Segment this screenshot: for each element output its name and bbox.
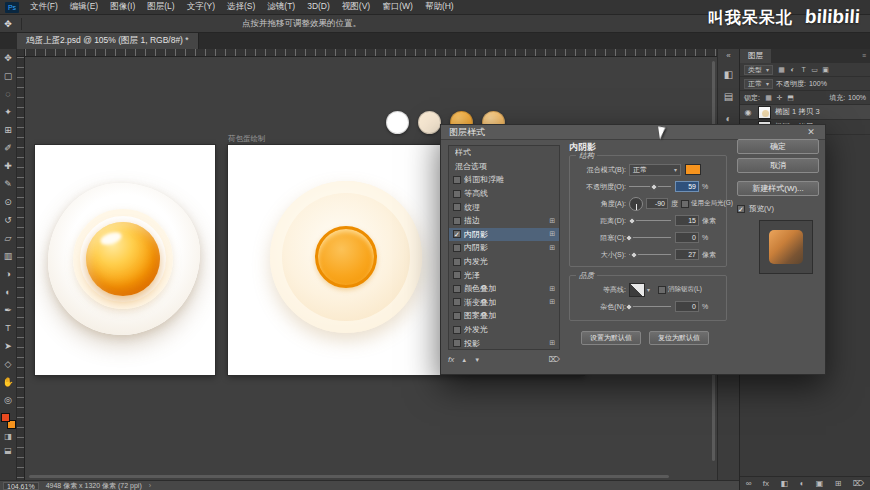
filter-adjustment-icon[interactable]: ◐ bbox=[787, 65, 798, 75]
noise-slider[interactable] bbox=[629, 301, 671, 312]
add-effect-icon[interactable]: ⊞ bbox=[549, 339, 555, 347]
vertical-ruler[interactable] bbox=[17, 57, 25, 480]
layer-opacity-value[interactable]: 100% bbox=[809, 80, 827, 87]
menu-item[interactable]: 滤镜(T) bbox=[261, 1, 301, 11]
filter-type-icon[interactable]: T bbox=[798, 65, 809, 75]
filter-shape-icon[interactable]: ▭ bbox=[809, 65, 820, 75]
clone-stamp-tool[interactable]: ⊙ bbox=[0, 193, 17, 211]
panel-menu-icon[interactable]: ≡ bbox=[862, 52, 866, 59]
marquee-tool[interactable]: ▢ bbox=[0, 67, 17, 85]
style-checkbox[interactable] bbox=[453, 285, 461, 293]
delete-layer-icon[interactable]: ⌦ bbox=[853, 479, 864, 488]
layer-style-item[interactable]: 投影⊞ bbox=[449, 336, 559, 350]
style-checkbox[interactable] bbox=[453, 230, 461, 238]
contour-picker[interactable] bbox=[629, 283, 645, 297]
layer-style-item[interactable]: 等高线 bbox=[449, 187, 559, 201]
layer-mask-icon[interactable]: ◧ bbox=[781, 479, 789, 488]
layer-style-item[interactable]: 外发光 bbox=[449, 323, 559, 337]
pen-tool[interactable]: ✒ bbox=[0, 301, 17, 319]
blending-options-item[interactable]: 混合选项 bbox=[449, 160, 559, 174]
blend-mode-select[interactable]: 正常 ▾ bbox=[629, 164, 681, 176]
noise-value-input[interactable]: 0 bbox=[675, 301, 699, 312]
blur-tool[interactable]: ◑ bbox=[0, 265, 17, 283]
layer-style-item[interactable]: 描边⊞ bbox=[449, 214, 559, 228]
brush-tool[interactable]: ✎ bbox=[0, 175, 17, 193]
adjustment-layer-icon[interactable]: ◐ bbox=[800, 479, 805, 488]
add-effect-fx-icon[interactable]: fx bbox=[448, 355, 454, 364]
add-effect-icon[interactable]: ⊞ bbox=[549, 244, 555, 252]
style-checkbox[interactable] bbox=[453, 271, 461, 279]
zoom-level-input[interactable]: 104.61% bbox=[3, 482, 39, 490]
distance-value-input[interactable]: 15 bbox=[675, 215, 699, 226]
layer-style-item[interactable]: 内阴影⊞ bbox=[449, 228, 559, 242]
style-checkbox[interactable] bbox=[453, 258, 461, 266]
artboard-label[interactable]: 荷包蛋绘制 bbox=[228, 134, 266, 144]
style-checkbox[interactable] bbox=[453, 203, 461, 211]
gradient-tool[interactable]: ▥ bbox=[0, 247, 17, 265]
link-layers-icon[interactable]: ∞ bbox=[746, 479, 752, 488]
layer-row[interactable]: ◉椭圆 1 拷贝 3 bbox=[740, 105, 870, 120]
add-effect-icon[interactable]: ⊞ bbox=[549, 217, 555, 225]
menu-item[interactable]: 3D(D) bbox=[301, 1, 336, 11]
style-checkbox[interactable] bbox=[453, 339, 461, 347]
choke-slider[interactable] bbox=[629, 232, 671, 243]
angle-dial[interactable] bbox=[629, 197, 643, 211]
menu-item[interactable]: 图层(L) bbox=[141, 1, 180, 11]
move-effect-up-icon[interactable]: ▲ bbox=[461, 357, 467, 363]
opacity-value-input[interactable]: 59 bbox=[675, 181, 699, 192]
layer-style-item[interactable]: 纹理 bbox=[449, 200, 559, 214]
opacity-slider[interactable] bbox=[629, 181, 671, 192]
style-checkbox[interactable] bbox=[453, 190, 461, 198]
collapse-panels-icon[interactable]: « bbox=[726, 51, 730, 63]
healing-brush-tool[interactable]: ✚ bbox=[0, 157, 17, 175]
style-checkbox[interactable] bbox=[453, 217, 461, 225]
layer-blend-mode-select[interactable]: 正常 ▾ bbox=[744, 79, 773, 89]
size-slider[interactable] bbox=[629, 249, 671, 260]
layer-style-item[interactable]: 渐变叠加⊞ bbox=[449, 296, 559, 310]
tab-layers[interactable]: 图层 bbox=[740, 49, 771, 63]
close-icon[interactable]: ✕ bbox=[805, 125, 817, 140]
lock-all-icon[interactable]: ⬒ bbox=[785, 93, 796, 103]
document-tab[interactable]: 鸡蛋上蛋2.psd @ 105% (图层 1, RGB/8#) * bbox=[17, 33, 199, 49]
menu-item[interactable]: 文件(F) bbox=[24, 1, 64, 11]
size-value-input[interactable]: 27 bbox=[675, 249, 699, 260]
zoom-tool[interactable]: ◎ bbox=[0, 391, 17, 409]
active-tool-icon[interactable]: ✥ bbox=[0, 19, 16, 29]
filter-pixel-icon[interactable]: ▦ bbox=[776, 65, 787, 75]
chevron-down-icon[interactable]: ▾ bbox=[647, 286, 650, 293]
move-tool[interactable]: ✥ bbox=[0, 49, 17, 67]
horizontal-ruler[interactable] bbox=[25, 49, 717, 57]
layer-fill-value[interactable]: 100% bbox=[848, 94, 866, 101]
layer-filter-select[interactable]: 类型 ▾ bbox=[744, 65, 773, 75]
menu-item[interactable]: 文字(Y) bbox=[181, 1, 221, 11]
color-picker-swatches[interactable] bbox=[1, 413, 16, 429]
eraser-tool[interactable]: ▱ bbox=[0, 229, 17, 247]
menu-item[interactable]: 窗口(W) bbox=[376, 1, 419, 11]
color-panel-icon[interactable]: ◧ bbox=[718, 63, 740, 85]
menu-item[interactable]: 图像(I) bbox=[104, 1, 141, 11]
hand-tool[interactable]: ✋ bbox=[0, 373, 17, 391]
layer-style-item[interactable]: 颜色叠加⊞ bbox=[449, 282, 559, 296]
antialias-checkbox[interactable] bbox=[658, 286, 666, 294]
layer-effects-icon[interactable]: fx bbox=[763, 479, 769, 488]
lock-transparent-icon[interactable]: ▦ bbox=[763, 93, 774, 103]
status-chevron-icon[interactable]: › bbox=[149, 482, 151, 489]
lasso-tool[interactable]: ◌ bbox=[0, 85, 17, 103]
layer-style-item[interactable]: 内发光 bbox=[449, 255, 559, 269]
add-effect-icon[interactable]: ⊞ bbox=[549, 285, 555, 293]
eyedropper-tool[interactable]: ✐ bbox=[0, 139, 17, 157]
ok-button[interactable]: 确定 bbox=[737, 139, 819, 154]
style-checkbox[interactable] bbox=[453, 244, 461, 252]
quick-mask-icon[interactable]: ◨ bbox=[0, 429, 17, 443]
path-selection-tool[interactable]: ➤ bbox=[0, 337, 17, 355]
menu-item[interactable]: 视图(V) bbox=[336, 1, 376, 11]
style-checkbox[interactable] bbox=[453, 312, 461, 320]
cancel-button[interactable]: 取消 bbox=[737, 158, 819, 173]
visibility-eye-icon[interactable]: ◉ bbox=[742, 108, 754, 117]
new-layer-icon[interactable]: ⊞ bbox=[835, 479, 842, 488]
crop-tool[interactable]: ⊞ bbox=[0, 121, 17, 139]
preview-checkbox[interactable] bbox=[737, 205, 745, 213]
layer-style-item[interactable]: 斜面和浮雕 bbox=[449, 173, 559, 187]
history-brush-tool[interactable]: ↺ bbox=[0, 211, 17, 229]
reset-default-button[interactable]: 复位为默认值 bbox=[649, 331, 709, 345]
